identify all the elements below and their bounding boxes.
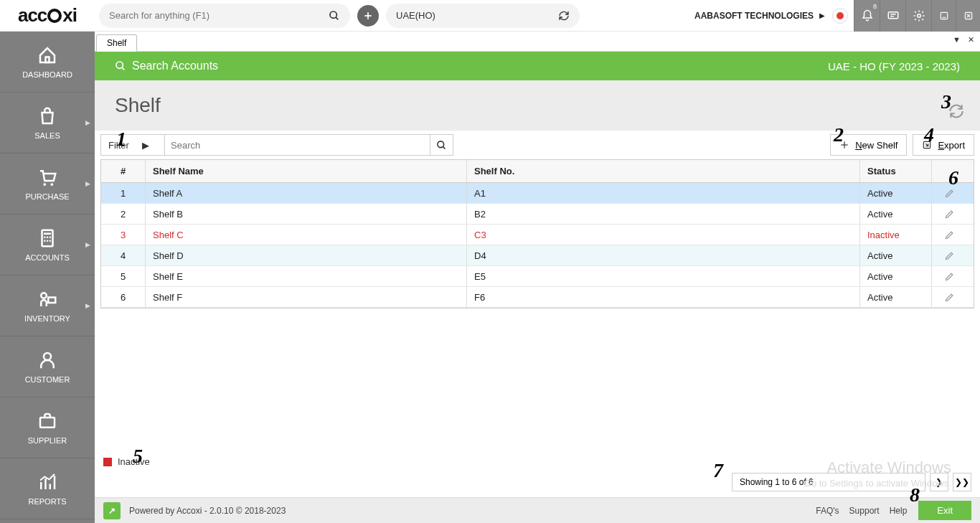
cell-edit[interactable] xyxy=(932,245,966,265)
calc-icon xyxy=(37,227,58,249)
chat-icon xyxy=(887,9,900,22)
brand-dot-icon[interactable] xyxy=(832,8,848,24)
sidebar-label: PURCHASE xyxy=(25,192,69,201)
footer-help-link[interactable]: Help xyxy=(890,506,908,516)
logo-part: acc xyxy=(18,4,47,27)
export-label: Export xyxy=(938,140,965,151)
svg-rect-4 xyxy=(888,11,898,18)
svg-point-18 xyxy=(50,237,52,239)
gear-icon xyxy=(913,9,925,22)
table-row[interactable]: 4Shelf DD4Active xyxy=(101,245,974,266)
cell-name: Shelf B xyxy=(146,204,467,224)
footer-powered: Powered by Accoxi - 2.0.10 © 2018-2023 xyxy=(129,506,286,516)
sidebar-label: CUSTOMER xyxy=(25,375,70,384)
pager-last[interactable]: ❯❯ xyxy=(953,473,971,491)
exit-button[interactable]: Exit xyxy=(918,501,971,520)
company-name[interactable]: AABASOFT TECHNOLOGIES xyxy=(694,11,814,21)
close-button[interactable] xyxy=(956,0,980,32)
svg-point-5 xyxy=(917,14,920,17)
messages-button[interactable] xyxy=(880,0,905,32)
tab-shelf[interactable]: Shelf xyxy=(96,34,137,52)
table-search-input[interactable] xyxy=(171,140,424,151)
tab-menu-icon[interactable]: ▼ xyxy=(953,35,961,44)
col-header-no[interactable]: Shelf No. xyxy=(467,160,860,182)
sidebar-label: SALES xyxy=(34,131,60,140)
search-icon xyxy=(329,10,340,22)
settings-button[interactable] xyxy=(905,0,931,32)
cell-n: 5 xyxy=(101,266,146,286)
sidebar-label: INVENTORY xyxy=(24,314,70,323)
chevron-right-icon: ▶ xyxy=(819,11,825,19)
cell-status: Inactive xyxy=(860,225,932,245)
pager-next[interactable]: ❯ xyxy=(930,473,948,491)
filter-row: Filter ▶ New Shelf Export xyxy=(95,131,980,159)
pager: Showing 1 to 6 of 6 ❯ ❯❯ xyxy=(95,470,980,497)
sidebar-item-sales[interactable]: SALES▶ xyxy=(0,93,95,154)
sidebar-item-supplier[interactable]: SUPPLIER xyxy=(0,397,95,458)
table-row[interactable]: 2Shelf BB2Active xyxy=(101,204,974,225)
svg-point-20 xyxy=(47,240,49,242)
cell-n: 3 xyxy=(101,225,146,245)
context-label: UAE - HO (FY 2023 - 2023) xyxy=(828,60,960,72)
footer-support-link[interactable]: Support xyxy=(849,506,880,516)
cell-edit[interactable] xyxy=(932,183,966,203)
sidebar-item-dashboard[interactable]: DASHBOARD xyxy=(0,32,95,93)
new-shelf-button[interactable]: New Shelf xyxy=(830,134,907,156)
cell-edit[interactable] xyxy=(932,225,966,245)
sidebar-item-accounts[interactable]: ACCOUNTS▶ xyxy=(0,215,95,275)
global-search[interactable] xyxy=(99,4,350,28)
col-header-status[interactable]: Status xyxy=(860,160,932,182)
bell-icon xyxy=(861,9,874,22)
search-icon xyxy=(115,60,126,72)
notification-badge: 8 xyxy=(873,3,877,10)
sidebar-item-inventory[interactable]: INVENTORY▶ xyxy=(0,275,95,336)
cell-edit[interactable] xyxy=(932,204,966,224)
refresh-icon[interactable] xyxy=(947,102,966,121)
cell-name: Shelf D xyxy=(146,245,467,265)
footer-faq-link[interactable]: FAQ's xyxy=(816,506,839,516)
new-shelf-label: New Shelf xyxy=(855,140,897,151)
sidebar-item-customer[interactable]: CUSTOMER xyxy=(0,336,95,397)
sidebar-item-purchase[interactable]: PURCHASE▶ xyxy=(0,154,95,215)
table-search-button[interactable] xyxy=(430,134,453,156)
filter-dropdown[interactable]: Filter ▶ xyxy=(100,134,165,156)
table-row[interactable]: 3Shelf CC3Inactive xyxy=(101,225,974,245)
brief-icon xyxy=(37,410,58,432)
tab-close-icon[interactable]: ✕ xyxy=(968,35,974,44)
global-search-input[interactable] xyxy=(109,10,329,21)
search-accounts-link[interactable]: Search Accounts xyxy=(132,60,218,72)
main: Shelf ▼ ✕ Search Accounts UAE - HO (FY 2… xyxy=(95,32,980,523)
export-button[interactable]: Export xyxy=(913,134,974,156)
add-button[interactable] xyxy=(357,5,379,27)
svg-rect-25 xyxy=(40,418,55,428)
svg-point-17 xyxy=(47,237,49,239)
table-row[interactable]: 1Shelf AA1Active xyxy=(101,183,974,204)
footer-logo-icon: ↗ xyxy=(103,502,121,519)
legend: Inactive xyxy=(95,453,980,470)
col-header-name[interactable]: Shelf Name xyxy=(146,160,467,182)
notifications-button[interactable]: 8 xyxy=(854,0,880,32)
sidebar-label: DASHBOARD xyxy=(22,70,72,79)
sidebar-item-reports[interactable]: REPORTS xyxy=(0,458,95,519)
svg-line-33 xyxy=(443,146,445,149)
table-row[interactable]: 6Shelf FF6Active xyxy=(101,287,974,308)
pencil-icon xyxy=(944,250,955,261)
table-row[interactable]: 5Shelf EE5Active xyxy=(101,266,974,287)
svg-rect-6 xyxy=(941,12,947,19)
minimize-button[interactable] xyxy=(931,0,956,32)
svg-point-13 xyxy=(50,183,53,186)
sidebar-label: SUPPLIER xyxy=(28,436,67,445)
pager-info: Showing 1 to 6 of 6 xyxy=(732,473,925,491)
cell-edit[interactable] xyxy=(932,266,966,286)
search-icon xyxy=(436,140,447,151)
table-header: # Shelf Name Shelf No. Status xyxy=(101,160,974,183)
svg-line-31 xyxy=(122,67,124,70)
context-bar: Search Accounts UAE - HO (FY 2023 - 2023… xyxy=(95,52,980,80)
bag-icon xyxy=(37,105,58,127)
chevron-right-icon: ▶ xyxy=(85,302,90,309)
location-selector[interactable]: UAE(HO) xyxy=(386,4,580,28)
cell-name: Shelf C xyxy=(146,225,467,245)
cell-edit[interactable] xyxy=(932,287,966,307)
col-header-n[interactable]: # xyxy=(101,160,146,182)
table-search[interactable] xyxy=(165,134,430,156)
